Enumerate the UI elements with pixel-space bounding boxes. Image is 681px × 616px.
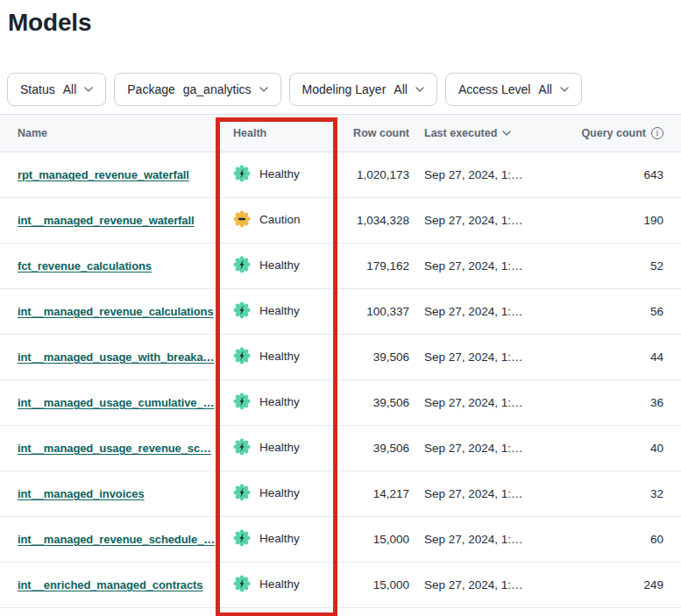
- last-executed-cell: Sep 27, 2024, 1:…: [409, 168, 543, 181]
- model-name-link[interactable]: int__managed_revenue_waterfall: [18, 214, 194, 227]
- table-row: int__managed_usage_revenue_sc…: [0, 426, 681, 471]
- query-count-cell: 190: [543, 214, 681, 227]
- column-header-health: Health: [216, 127, 337, 139]
- query-count-cell: 40: [543, 442, 681, 455]
- row-count-cell: 39,506: [337, 350, 409, 364]
- health-badge: Healthy: [233, 301, 300, 319]
- health-badge: Healthy: [233, 529, 300, 547]
- health-status-icon: [233, 484, 251, 501]
- filter-label: Modeling Layer: [302, 82, 387, 96]
- row-count-cell: 39,506: [337, 396, 409, 409]
- model-name-link[interactable]: int__managed_revenue_schedule_…: [18, 533, 215, 546]
- column-header-last-executed[interactable]: Last executed: [409, 127, 543, 139]
- filter-access-level[interactable]: Access Level All: [445, 73, 582, 106]
- table-row: int__managed_usage_with_breaka…: [0, 335, 681, 380]
- last-executed-cell: Sep 27, 2024, 1:…: [409, 305, 543, 318]
- health-badge: Healthy: [233, 256, 300, 273]
- model-name-link[interactable]: fct_revenue_calculations: [18, 259, 152, 273]
- row-count-cell: 15,000: [337, 578, 409, 591]
- filter-value: All: [394, 82, 408, 96]
- column-header-name: Name: [0, 127, 216, 139]
- table-row: int__managed_invoices: [0, 471, 681, 517]
- health-label: Healthy: [259, 441, 300, 454]
- query-count-cell: 249: [543, 578, 681, 591]
- table-row: rpt_managed_revenue_waterfall: [0, 152, 681, 198]
- model-name-link[interactable]: int__managed_usage_revenue_sc…: [18, 442, 211, 455]
- health-status-icon: [233, 438, 251, 456]
- query-count-cell: 643: [543, 168, 681, 181]
- health-label: Healthy: [259, 304, 300, 317]
- chevron-down-icon: [84, 87, 93, 92]
- health-status-icon: [233, 575, 251, 592]
- health-status-icon: [233, 256, 251, 273]
- row-count-cell: 179,162: [337, 259, 409, 273]
- query-count-cell: 60: [543, 533, 681, 546]
- filter-status[interactable]: Status All: [7, 73, 106, 106]
- filter-package[interactable]: Package ga_analytics: [114, 73, 280, 106]
- health-status-icon: [233, 301, 251, 319]
- chevron-down-icon: [560, 87, 569, 92]
- column-header-last-executed-label: Last executed: [424, 127, 497, 139]
- health-badge: Caution: [233, 210, 301, 228]
- column-header-query-count: Query count i: [543, 127, 681, 139]
- model-name-link[interactable]: int__managed_invoices: [18, 487, 145, 500]
- health-label: Healthy: [259, 486, 300, 499]
- filter-value: All: [538, 82, 552, 96]
- last-executed-cell: Sep 27, 2024, 1:…: [409, 578, 543, 591]
- health-badge: Healthy: [233, 575, 300, 592]
- health-label: Healthy: [259, 258, 300, 272]
- health-label: Healthy: [259, 577, 300, 591]
- model-name-link[interactable]: int__managed_usage_cumulative_…: [18, 396, 215, 409]
- row-count-cell: 14,217: [337, 487, 409, 500]
- info-icon[interactable]: i: [651, 127, 663, 139]
- filter-label: Package: [127, 82, 174, 96]
- model-name-link[interactable]: int__enriched_managed_contracts: [18, 578, 202, 591]
- models-table: Name Health Row count Last executed Quer…: [0, 114, 681, 608]
- row-count-cell: 1,034,328: [337, 214, 409, 227]
- chevron-down-icon: [415, 87, 424, 92]
- health-badge: Healthy: [233, 347, 300, 365]
- last-executed-cell: Sep 27, 2024, 1:…: [409, 396, 543, 409]
- model-name-link[interactable]: rpt_managed_revenue_waterfall: [18, 168, 189, 181]
- last-executed-cell: Sep 27, 2024, 1:…: [409, 442, 543, 455]
- health-badge: Healthy: [233, 484, 300, 501]
- last-executed-cell: Sep 27, 2024, 1:…: [409, 350, 543, 364]
- query-count-cell: 32: [543, 487, 681, 500]
- health-label: Healthy: [259, 395, 300, 408]
- health-status-icon: [233, 165, 251, 182]
- table-row: int__managed_revenue_waterfall: [0, 198, 681, 244]
- model-name-link[interactable]: int__managed_revenue_calculations: [18, 305, 214, 318]
- table-row: int__enriched_managed_contracts: [0, 563, 681, 608]
- table-body: rpt_managed_revenue_waterfall: [0, 152, 681, 608]
- filter-label: Status: [20, 82, 55, 96]
- health-label: Healthy: [259, 167, 300, 181]
- filter-modeling-layer[interactable]: Modeling Layer All: [289, 73, 437, 106]
- filter-label: Access Level: [458, 82, 530, 96]
- row-count-cell: 100,337: [337, 305, 409, 318]
- query-count-cell: 36: [543, 396, 681, 409]
- health-label: Caution: [259, 213, 301, 226]
- query-count-cell: 52: [543, 259, 681, 273]
- last-executed-cell: Sep 27, 2024, 1:…: [409, 214, 543, 227]
- health-status-icon: [233, 347, 251, 365]
- model-name-link[interactable]: int__managed_usage_with_breaka…: [18, 350, 215, 364]
- sort-chevron-down-icon: [502, 131, 511, 136]
- filter-bar: Status All Package ga_analytics Modeling…: [7, 73, 681, 106]
- health-badge: Healthy: [233, 393, 300, 410]
- chevron-down-icon: [259, 87, 268, 92]
- query-count-cell: 56: [543, 305, 681, 318]
- minus-icon: [238, 218, 245, 220]
- column-header-row-count: Row count: [337, 127, 409, 139]
- filter-value: ga_analytics: [183, 82, 252, 96]
- row-count-cell: 39,506: [337, 442, 409, 455]
- health-status-icon: [233, 393, 251, 410]
- health-status-icon: [233, 529, 251, 547]
- health-badge: Healthy: [233, 438, 300, 456]
- column-header-query-count-label: Query count: [581, 127, 646, 139]
- models-page: Models Status All Package ga_analytics M…: [0, 9, 681, 616]
- health-badge: Healthy: [233, 165, 300, 182]
- table-row: int__managed_usage_cumulative_…: [0, 380, 681, 426]
- last-executed-cell: Sep 27, 2024, 1:…: [409, 533, 543, 546]
- health-label: Healthy: [259, 532, 300, 545]
- table-header-row: Name Health Row count Last executed Quer…: [0, 114, 681, 152]
